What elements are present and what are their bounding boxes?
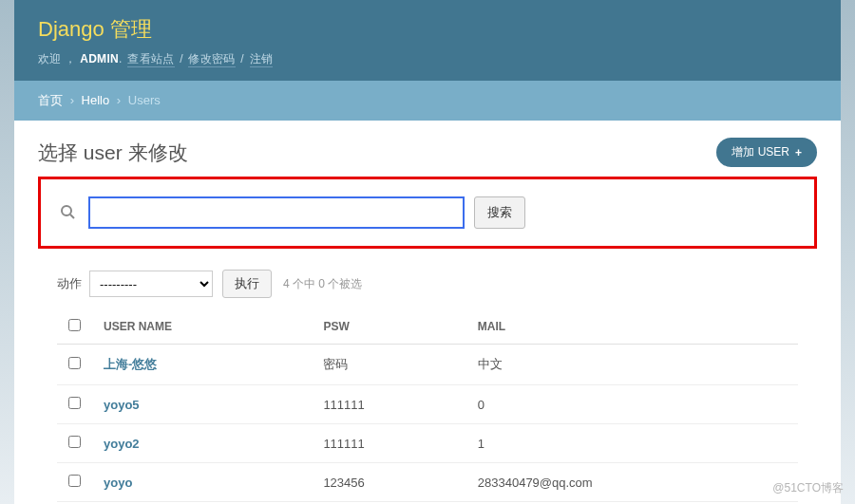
go-button[interactable]: 执行 bbox=[222, 270, 272, 298]
row-psw: 123456 bbox=[312, 463, 466, 502]
breadcrumb: 首页 › Hello › Users bbox=[14, 81, 841, 121]
row-username-link[interactable]: 上海-悠悠 bbox=[104, 357, 157, 371]
actions-label: 动作 bbox=[57, 275, 82, 292]
row-checkbox[interactable] bbox=[68, 475, 81, 487]
table-row: yoyo123456283340479@qq.com bbox=[57, 463, 798, 502]
page-title: 选择 user 来修改 bbox=[38, 140, 188, 166]
table-row: yoyo51111110 bbox=[57, 385, 798, 424]
table-row: 上海-悠悠密码中文 bbox=[57, 345, 798, 385]
row-username-link[interactable]: yoyo5 bbox=[104, 398, 140, 412]
change-password-link[interactable]: 修改密码 bbox=[188, 52, 235, 67]
add-user-button[interactable]: 增加 USER + bbox=[716, 138, 817, 167]
results-table: USER NAME PSW MAIL 上海-悠悠密码中文yoyo51111110… bbox=[57, 309, 798, 502]
branding-link[interactable]: Django 管理 bbox=[38, 17, 152, 41]
row-psw: 111111 bbox=[312, 385, 466, 424]
svg-point-0 bbox=[62, 206, 71, 215]
table-row: yoyo21111111 bbox=[57, 424, 798, 463]
breadcrumb-home[interactable]: 首页 bbox=[38, 93, 63, 107]
row-username-link[interactable]: yoyo bbox=[104, 476, 132, 490]
selection-counter: 4 个中 0 个被选 bbox=[283, 276, 362, 292]
watermark: @51CTO博客 bbox=[772, 480, 844, 496]
col-psw[interactable]: PSW bbox=[312, 309, 466, 345]
view-site-link[interactable]: 查看站点 bbox=[127, 52, 174, 67]
plus-icon: + bbox=[795, 146, 802, 159]
search-icon bbox=[60, 204, 75, 222]
search-button[interactable]: 搜索 bbox=[474, 196, 525, 229]
row-psw: 111111 bbox=[312, 424, 466, 463]
breadcrumb-app[interactable]: Hello bbox=[82, 93, 110, 107]
row-mail: 283340479@qq.com bbox=[466, 463, 798, 502]
row-username-link[interactable]: yoyo2 bbox=[104, 437, 140, 451]
row-mail: 0 bbox=[466, 385, 798, 424]
username: ADMIN bbox=[80, 52, 119, 65]
row-psw: 密码 bbox=[312, 345, 466, 385]
search-input[interactable] bbox=[88, 196, 465, 229]
actions-bar: 动作 --------- 执行 4 个中 0 个被选 bbox=[38, 262, 817, 309]
actions-select[interactable]: --------- bbox=[89, 271, 213, 297]
breadcrumb-current: Users bbox=[128, 93, 161, 107]
user-tools: 欢迎 ， ADMIN. 查看站点 / 修改密码 / 注销 bbox=[38, 51, 817, 67]
breadcrumb-sep: › bbox=[70, 93, 74, 107]
dot: . bbox=[119, 52, 123, 65]
search-panel: 搜索 bbox=[38, 177, 817, 249]
select-all-checkbox[interactable] bbox=[68, 319, 81, 331]
row-mail: 中文 bbox=[466, 345, 798, 385]
row-checkbox[interactable] bbox=[68, 357, 81, 369]
welcome-text: 欢迎 ， bbox=[38, 52, 77, 65]
svg-line-1 bbox=[70, 215, 74, 218]
col-username[interactable]: USER NAME bbox=[92, 309, 312, 345]
col-mail[interactable]: MAIL bbox=[466, 309, 798, 345]
add-button-label: 增加 USER bbox=[732, 144, 789, 160]
logout-link[interactable]: 注销 bbox=[250, 52, 274, 67]
row-mail: 1 bbox=[466, 424, 798, 463]
row-checkbox[interactable] bbox=[68, 397, 81, 409]
row-checkbox[interactable] bbox=[68, 436, 81, 448]
admin-header: Django 管理 欢迎 ， ADMIN. 查看站点 / 修改密码 / 注销 bbox=[14, 0, 841, 81]
branding: Django 管理 bbox=[38, 15, 817, 44]
breadcrumb-sep: › bbox=[117, 93, 121, 107]
